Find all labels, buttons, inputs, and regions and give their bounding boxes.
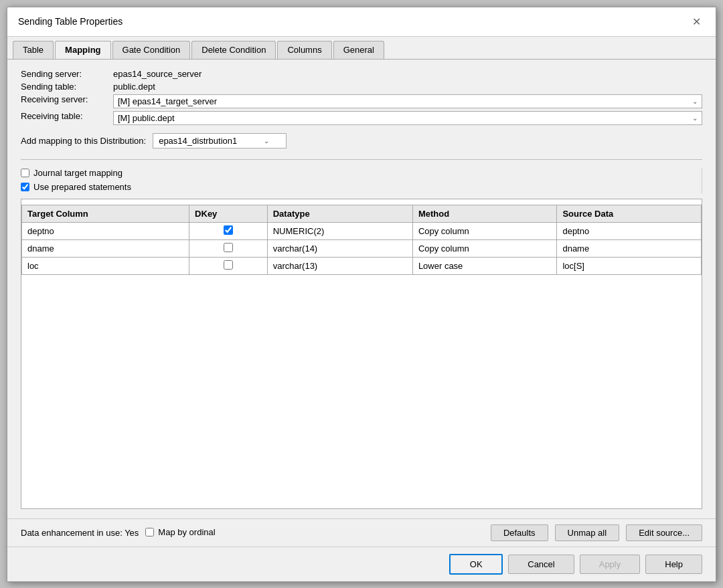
receiving-server-label: Receiving server: bbox=[21, 94, 108, 108]
cell-method: Copy column bbox=[412, 222, 557, 239]
distribution-value: epas14_distrbution1 bbox=[159, 136, 237, 146]
cell-method: Lower case bbox=[412, 257, 557, 274]
cell-dkey[interactable] bbox=[189, 222, 268, 239]
journal-target-mapping-label[interactable]: Journal target mapping bbox=[33, 168, 123, 178]
chevron-down-icon-2: ⌄ bbox=[692, 114, 698, 122]
cell-target-column: deptno bbox=[22, 222, 189, 239]
receiving-server-dropdown[interactable]: [M] epas14_target_server ⌄ bbox=[113, 94, 702, 108]
close-button[interactable]: ✕ bbox=[688, 14, 705, 29]
sending-table-value: public.dept bbox=[113, 82, 702, 92]
bottom-bar-left: Data enhancement in use: Yes Map by ordi… bbox=[21, 527, 484, 538]
cell-source-data: deptno bbox=[557, 222, 702, 239]
cell-datatype: varchar(14) bbox=[267, 239, 412, 257]
chevron-down-icon-3: ⌄ bbox=[264, 137, 269, 144]
sending-server-value: epas14_source_server bbox=[113, 69, 702, 79]
cell-dkey[interactable] bbox=[189, 257, 268, 274]
receiving-server-dropdown-value: [M] epas14_target_server bbox=[118, 96, 217, 106]
receiving-table-dropdown-value: [M] public.dept bbox=[118, 113, 175, 123]
cell-source-data: loc[S] bbox=[557, 257, 702, 274]
distribution-label: Add mapping to this Distribution: bbox=[21, 136, 146, 146]
tab-bar: Table Mapping Gate Condition Delete Cond… bbox=[7, 37, 716, 60]
main-content: Sending server: epas14_source_server Sen… bbox=[7, 60, 716, 518]
help-button[interactable]: Help bbox=[645, 555, 702, 574]
col-header-target-column: Target Column bbox=[22, 205, 189, 222]
data-enhancement-text: Data enhancement in use: Yes bbox=[21, 528, 139, 538]
journal-target-mapping-checkbox[interactable] bbox=[21, 169, 29, 177]
table-row[interactable]: locvarchar(13)Lower caseloc[S] bbox=[22, 257, 702, 274]
distribution-row: Add mapping to this Distribution: epas14… bbox=[21, 133, 702, 149]
options-left: Journal target mapping Use prepared stat… bbox=[21, 168, 702, 193]
cell-dkey[interactable] bbox=[189, 239, 268, 257]
ok-button[interactable]: OK bbox=[449, 554, 503, 575]
sending-server-label: Sending server: bbox=[21, 69, 108, 79]
receiving-table-label: Receiving table: bbox=[21, 111, 108, 125]
dialog-title: Sending Table Properties bbox=[18, 16, 123, 27]
tab-gate-condition[interactable]: Gate Condition bbox=[112, 41, 191, 59]
edit-source-button[interactable]: Edit source... bbox=[626, 524, 702, 541]
col-header-source-data: Source Data bbox=[557, 205, 702, 222]
cell-target-column: loc bbox=[22, 257, 189, 274]
tab-table[interactable]: Table bbox=[13, 41, 54, 59]
cell-datatype: NUMERIC(2) bbox=[267, 222, 412, 239]
use-prepared-statements-checkbox[interactable] bbox=[21, 183, 29, 191]
options-area: Journal target mapping Use prepared stat… bbox=[21, 168, 702, 193]
map-by-ordinal-checkbox[interactable] bbox=[145, 528, 154, 536]
mapping-table: Target Column DKey Datatype Method Sourc… bbox=[21, 205, 702, 275]
col-header-method: Method bbox=[412, 205, 557, 222]
cancel-button[interactable]: Cancel bbox=[508, 555, 574, 574]
tab-general[interactable]: General bbox=[333, 41, 384, 59]
chevron-down-icon: ⌄ bbox=[692, 98, 698, 105]
defaults-button[interactable]: Defaults bbox=[491, 524, 548, 541]
map-by-ordinal-row: Map by ordinal bbox=[145, 527, 215, 537]
mapping-table-container: Target Column DKey Datatype Method Sourc… bbox=[21, 199, 702, 509]
tab-mapping[interactable]: Mapping bbox=[55, 41, 110, 59]
cell-datatype: varchar(13) bbox=[267, 257, 412, 274]
table-row[interactable]: dnamevarchar(14)Copy columndname bbox=[22, 239, 702, 257]
cell-method: Copy column bbox=[412, 239, 557, 257]
dialog: Sending Table Properties ✕ Table Mapping… bbox=[7, 7, 716, 582]
dkey-checkbox[interactable] bbox=[224, 260, 233, 270]
dkey-checkbox[interactable] bbox=[224, 225, 233, 235]
sending-table-label: Sending table: bbox=[21, 82, 108, 92]
col-header-dkey: DKey bbox=[189, 205, 268, 222]
cell-source-data: dname bbox=[557, 239, 702, 257]
info-grid: Sending server: epas14_source_server Sen… bbox=[21, 69, 702, 125]
use-prepared-statements-label[interactable]: Use prepared statements bbox=[33, 182, 131, 192]
apply-button[interactable]: Apply bbox=[580, 555, 641, 574]
col-header-datatype: Datatype bbox=[267, 205, 412, 222]
bottom-bar: Data enhancement in use: Yes Map by ordi… bbox=[7, 518, 716, 547]
tab-delete-condition[interactable]: Delete Condition bbox=[191, 41, 276, 59]
receiving-table-dropdown[interactable]: [M] public.dept ⌄ bbox=[113, 111, 702, 125]
distribution-dropdown[interactable]: epas14_distrbution1 ⌄ bbox=[153, 133, 287, 149]
title-bar: Sending Table Properties ✕ bbox=[7, 7, 716, 37]
journal-target-mapping-row: Journal target mapping bbox=[21, 168, 688, 178]
dkey-checkbox[interactable] bbox=[224, 243, 233, 252]
table-header-row: Target Column DKey Datatype Method Sourc… bbox=[22, 205, 702, 222]
map-by-ordinal-label[interactable]: Map by ordinal bbox=[158, 527, 215, 537]
section-divider bbox=[21, 159, 702, 160]
cell-target-column: dname bbox=[22, 239, 189, 257]
unmap-all-button[interactable]: Unmap all bbox=[555, 524, 620, 541]
table-row[interactable]: deptnoNUMERIC(2)Copy columndeptno bbox=[22, 222, 702, 239]
tab-columns[interactable]: Columns bbox=[277, 41, 331, 59]
use-prepared-statements-row: Use prepared statements bbox=[21, 182, 688, 192]
footer: OK Cancel Apply Help bbox=[7, 547, 716, 581]
